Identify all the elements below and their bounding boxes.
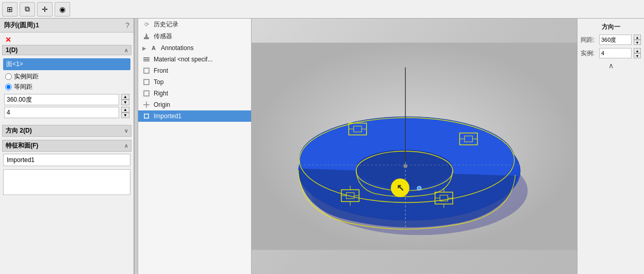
features-collapse-icon: ∧: [124, 143, 128, 149]
count-input[interactable]: [4, 107, 119, 118]
cursor-indicator: ↖: [391, 179, 409, 197]
left-panel: 阵列(圆周)1 ? ✕ 1(D) ∧ 面<1> 实例间距: [0, 19, 134, 274]
svg-rect-7: [144, 79, 149, 85]
instance-spacing-radio[interactable]: 实例间距: [5, 72, 128, 81]
front-icon: [142, 67, 151, 75]
features-label: 特征和面(F): [6, 141, 38, 150]
main-area: 阵列(圆周)1 ? ✕ 1(D) ∧ 面<1> 实例间距: [0, 19, 644, 274]
direction1-header[interactable]: 1(D) ∧: [2, 45, 131, 55]
count-dim-down-button[interactable]: ▼: [634, 53, 641, 58]
imported1-label: Imported1: [154, 112, 181, 120]
count-input-row: ▲ ▼: [4, 107, 129, 118]
annotations-label: Annotations: [161, 44, 193, 52]
3d-view: [252, 19, 577, 274]
tree-item-material[interactable]: Material <not specif...: [138, 54, 251, 65]
features-header[interactable]: 特征和面(F) ∧: [2, 140, 131, 152]
selected-face-item[interactable]: 面<1>: [3, 58, 130, 70]
angle-up-button[interactable]: ▲: [121, 94, 129, 100]
tree-item-origin[interactable]: Origin: [138, 99, 251, 110]
angle-input-row: ▲ ▼: [4, 94, 129, 105]
move-button[interactable]: ✛: [37, 2, 53, 17]
features-empty-box: [3, 169, 130, 195]
svg-rect-6: [144, 68, 149, 73]
svg-rect-2: [146, 34, 147, 35]
count-dim-label: 实例:: [581, 49, 597, 58]
count-down-button[interactable]: ▼: [121, 112, 129, 118]
grid-view-button[interactable]: ⊞: [2, 2, 18, 17]
feature-tree-button[interactable]: ⧉: [20, 2, 35, 17]
angle-dim-label: 间距:: [581, 36, 597, 44]
material-icon: [142, 55, 151, 63]
angle-dim-spinner: ▲ ▼: [634, 35, 641, 45]
tree-item-history[interactable]: ⟳ 历史记录: [138, 19, 251, 30]
count-dim-row: 实例: ▲ ▼: [581, 48, 641, 58]
svg-rect-0: [144, 37, 149, 39]
viewport[interactable]: ↖: [252, 19, 577, 274]
help-button[interactable]: ?: [125, 21, 129, 29]
count-up-button[interactable]: ▲: [121, 107, 129, 112]
right-panel-collapse-icon[interactable]: ∧: [608, 61, 614, 70]
angle-spinner: ▲ ▼: [121, 94, 129, 105]
toolbar: ⊞ ⧉ ✛ ◉: [0, 0, 644, 19]
tree-item-annotations[interactable]: ▶ A Annotations: [138, 42, 251, 54]
instance-spacing-input[interactable]: [5, 73, 12, 80]
top-icon: [142, 78, 151, 86]
angle-dim-up-button[interactable]: ▲: [634, 35, 641, 40]
sensor-icon: [142, 33, 151, 41]
angle-dim-input[interactable]: [599, 35, 632, 45]
equal-spacing-radio[interactable]: 等间距: [5, 83, 128, 91]
svg-rect-8: [144, 91, 149, 96]
features-section: 特征和面(F) ∧: [2, 140, 131, 197]
panel-title: 阵列(圆周)1: [4, 21, 39, 30]
right-panel-title: 方向一: [581, 23, 641, 31]
left-separator[interactable]: [134, 19, 138, 274]
angle-down-button[interactable]: ▼: [121, 100, 129, 105]
history-icon: ⟳: [142, 21, 151, 29]
panel-header: 阵列(圆周)1 ?: [0, 19, 134, 33]
sensor-label: 传感器: [154, 32, 172, 41]
direction2-label: 方向 2(D): [6, 126, 32, 135]
direction2-collapse-icon: ∨: [124, 128, 128, 134]
tree-item-right[interactable]: Right: [138, 88, 251, 99]
svg-rect-3: [143, 57, 150, 58]
imported1-icon: [142, 112, 151, 120]
svg-point-44: [403, 164, 407, 168]
direction1-section: 1(D) ∧ 面<1> 实例间距 等间距: [2, 45, 131, 122]
svg-rect-1: [145, 35, 147, 37]
tree-item-front[interactable]: Front: [138, 65, 251, 76]
tree-item-imported1[interactable]: Imported1: [138, 110, 251, 122]
angle-input[interactable]: [4, 94, 119, 105]
equal-spacing-label: 等间距: [14, 83, 32, 91]
svg-rect-5: [143, 60, 150, 61]
panel-body: ✕ 1(D) ∧ 面<1> 实例间距: [0, 33, 134, 274]
right-icon: [142, 89, 151, 98]
close-button[interactable]: ✕: [2, 35, 14, 45]
material-label: Material <not specif...: [154, 56, 212, 63]
count-dim-up-button[interactable]: ▲: [634, 48, 641, 53]
tree-item-sensor[interactable]: 传感器: [138, 30, 251, 42]
direction1-collapse-icon: ∧: [124, 47, 128, 53]
right-label: Right: [154, 90, 168, 97]
color-button[interactable]: ◉: [55, 2, 70, 17]
top-label: Top: [154, 78, 163, 86]
direction2-header[interactable]: 方向 2(D) ∨: [2, 125, 131, 137]
annotations-icon: A: [150, 44, 158, 52]
features-content: [2, 152, 131, 197]
feature-input[interactable]: [3, 154, 130, 166]
tree-panel: ⟳ 历史记录 传感器 ▶ A Annotations Material <not…: [138, 19, 252, 274]
count-dim-spinner: ▲ ▼: [634, 48, 641, 58]
count-spinner: ▲ ▼: [121, 107, 129, 118]
tree-item-top[interactable]: Top: [138, 76, 251, 88]
cursor-arrow-icon: ↖: [397, 182, 404, 194]
right-panel: 方向一 间距: ▲ ▼ 实例: ▲ ▼ ∧: [577, 19, 644, 274]
front-label: Front: [154, 67, 168, 74]
origin-label: Origin: [154, 101, 170, 108]
spacing-radio-group: 实例间距 等间距: [3, 71, 130, 92]
direction2-section: 方向 2(D) ∨: [2, 125, 131, 137]
annotations-arrow-icon: ▶: [142, 45, 146, 51]
origin-icon: [142, 101, 151, 109]
equal-spacing-input[interactable]: [5, 84, 12, 90]
direction1-label: 1(D): [6, 46, 18, 54]
count-dim-input[interactable]: [599, 48, 632, 58]
angle-dim-down-button[interactable]: ▼: [634, 40, 641, 45]
